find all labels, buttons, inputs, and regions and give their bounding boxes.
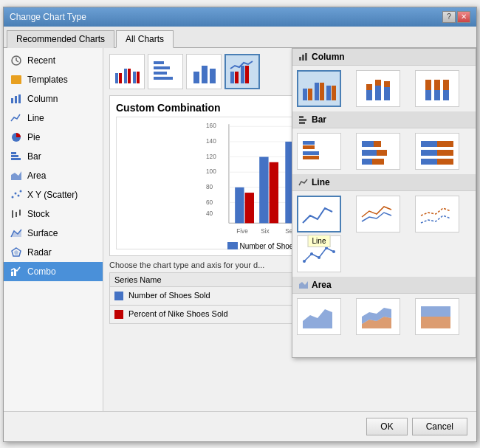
svg-rect-97	[303, 156, 319, 159]
svg-rect-105	[437, 141, 453, 147]
popup-line-chart[interactable]: Line	[297, 196, 341, 232]
popup-100-stacked-area[interactable]	[415, 298, 459, 335]
combo-chart-icon	[10, 266, 23, 278]
svg-rect-39	[245, 66, 249, 83]
svg-rect-88	[434, 80, 440, 90]
svg-rect-74	[308, 89, 312, 100]
svg-text:160: 160	[206, 123, 216, 129]
svg-rect-23	[115, 73, 118, 83]
tab-recommended[interactable]: Recommended Charts	[7, 30, 114, 48]
svg-rect-26	[128, 69, 131, 83]
series-name-shoes: Number of Shoes Sold	[110, 286, 292, 305]
sidebar-item-line[interactable]: Line	[4, 108, 103, 128]
popup-stacked-area[interactable]	[356, 298, 400, 335]
svg-rect-103	[372, 159, 384, 165]
svg-rect-33	[193, 72, 199, 83]
sidebar-item-column[interactable]: Column	[4, 89, 103, 108]
chart-icon-col-selected[interactable]	[224, 54, 260, 89]
svg-rect-85	[425, 90, 431, 100]
tab-all-charts[interactable]: All Charts	[116, 30, 174, 48]
svg-rect-90	[443, 80, 449, 90]
svg-text:80: 80	[206, 183, 213, 190]
svg-rect-81	[375, 86, 381, 100]
svg-marker-120	[421, 306, 450, 317]
popup-100-stacked-line[interactable]	[415, 196, 459, 232]
sidebar-item-recent[interactable]: Recent	[4, 51, 103, 70]
sidebar-item-surface[interactable]: Surface	[4, 224, 103, 243]
svg-rect-82	[375, 80, 381, 86]
stock-chart-icon	[10, 208, 23, 220]
svg-text:40: 40	[206, 210, 213, 217]
close-button[interactable]: ✕	[457, 11, 470, 23]
change-chart-type-dialog: Change Chart Type ? ✕ Recommended Charts…	[3, 7, 477, 442]
sidebar-item-templates[interactable]: Templates	[4, 70, 103, 89]
popup-stacked-column[interactable]	[356, 70, 400, 107]
svg-rect-92	[299, 119, 306, 121]
svg-rect-71	[302, 55, 304, 61]
dialog-footer: OK Cancel	[4, 411, 476, 441]
popup-clustered-bar[interactable]	[297, 133, 341, 170]
popup-area-chart[interactable]	[297, 298, 341, 335]
svg-point-111	[310, 252, 313, 255]
title-bar: Change Chart Type ? ✕	[4, 7, 476, 27]
popup-100-stacked-column[interactable]	[415, 70, 459, 107]
popup-area-grid	[292, 294, 476, 340]
sidebar-item-radar[interactable]: Radar	[4, 243, 103, 262]
cancel-button[interactable]: Cancel	[412, 418, 467, 435]
svg-text:Six: Six	[261, 227, 270, 234]
popup-100-stacked-bar[interactable]	[415, 133, 459, 170]
svg-rect-25	[124, 69, 127, 83]
svg-text:Five: Five	[236, 227, 248, 234]
help-button[interactable]: ?	[442, 11, 456, 23]
pie-chart-icon	[10, 131, 23, 143]
ok-button[interactable]: OK	[366, 418, 407, 435]
svg-rect-102	[362, 159, 372, 165]
sidebar-item-area[interactable]: Area	[4, 166, 103, 185]
sidebar-item-combo[interactable]: Combo	[4, 262, 103, 281]
popup-stacked-line[interactable]	[356, 196, 400, 232]
svg-point-12	[12, 196, 14, 198]
svg-rect-83	[384, 87, 390, 100]
area-section-icon	[298, 280, 309, 289]
col-series-name: Series Name	[110, 272, 292, 286]
sidebar-item-stock[interactable]: Stock	[4, 204, 103, 224]
svg-rect-107	[437, 150, 453, 156]
svg-rect-4	[11, 98, 13, 103]
popup-section-bar: Bar	[292, 111, 476, 128]
svg-marker-116	[303, 309, 332, 328]
svg-rect-24	[119, 73, 122, 83]
svg-point-14	[18, 194, 20, 196]
sidebar-item-pie[interactable]: Pie	[4, 128, 103, 147]
svg-text:120: 120	[206, 153, 216, 159]
svg-rect-30	[154, 66, 170, 69]
popup-line-grid: Line	[292, 191, 476, 277]
templates-icon	[10, 74, 23, 86]
svg-rect-10	[11, 158, 21, 160]
svg-rect-94	[303, 141, 315, 145]
sidebar-item-xy-scatter[interactable]: X Y (Scatter)	[4, 185, 103, 204]
svg-rect-21	[11, 272, 13, 276]
sidebar-item-bar[interactable]: Bar	[4, 147, 103, 166]
svg-text:60: 60	[206, 199, 213, 205]
popup-column-grid	[292, 66, 476, 111]
svg-rect-28	[137, 72, 140, 83]
svg-marker-119	[421, 317, 450, 328]
svg-rect-101	[377, 150, 387, 156]
main-area: Custom Combination Chart Tit... 160 140 …	[103, 48, 476, 411]
chart-icon-bar[interactable]	[148, 54, 183, 89]
svg-rect-38	[241, 66, 244, 83]
popup-stacked-bar[interactable]	[356, 133, 400, 170]
surface-chart-icon	[10, 227, 23, 239]
svg-rect-70	[299, 57, 301, 61]
line-chart-icon	[10, 112, 23, 124]
svg-rect-32	[154, 77, 173, 80]
bar-chart-icon	[10, 151, 23, 162]
tab-bar: Recommended Charts All Charts	[4, 27, 476, 48]
chart-icon-multi-col[interactable]	[109, 54, 145, 89]
svg-rect-6	[18, 94, 21, 103]
svg-rect-109	[437, 159, 453, 165]
popup-clustered-column[interactable]	[297, 70, 341, 107]
chart-icon-col2[interactable]	[186, 54, 222, 89]
popup-bar-grid	[292, 128, 476, 174]
svg-point-114	[332, 250, 335, 253]
